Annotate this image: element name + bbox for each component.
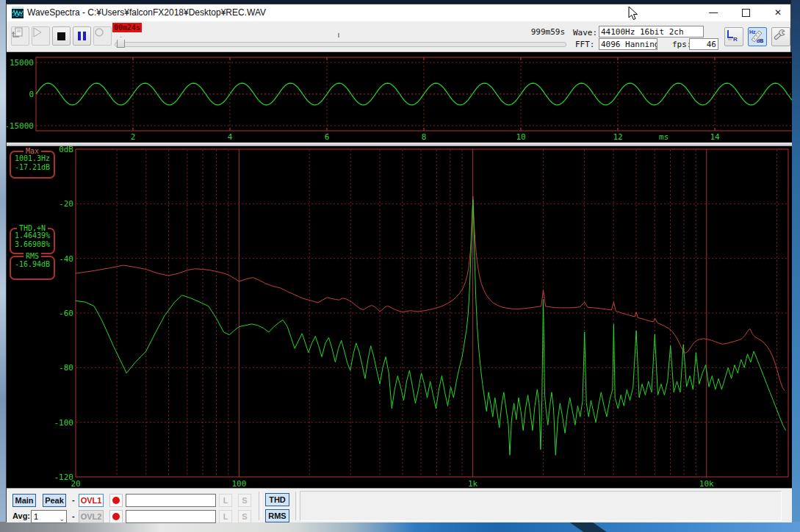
window-title: WaveSpectra - C:¥Users¥falconFX2018¥Desk… (27, 7, 266, 18)
spectrum-x-tick-label: 1k (468, 479, 478, 488)
desktop-wallpaper-bottom (0, 522, 800, 532)
close-icon: ✕ (774, 7, 782, 18)
rms-mode-button[interactable]: RMS (265, 509, 289, 522)
spectrum-x-tick-label: 20 (71, 479, 80, 488)
mouse-cursor (628, 6, 640, 22)
max-readout-box: Max 1001.3Hz -17.21dB (10, 151, 55, 179)
ovl1-l-button[interactable]: L (219, 494, 232, 507)
ovl2-record-button[interactable] (109, 510, 123, 523)
minimize-button[interactable]: — (701, 4, 726, 21)
thd-label: THD,+N (17, 224, 48, 232)
bottom-control-bar: Main Peak - OVL1 L S Avg: 1 ⌄ - OVL2 L S… (7, 488, 792, 522)
rms-readout-box: RMS -16.94dB (10, 256, 55, 280)
hz-db-scale-icon: Hz dB (749, 28, 765, 44)
rms-label: RMS (24, 252, 41, 260)
status-panel-empty (300, 491, 782, 521)
max-frequency-value: 1001.3Hz (11, 154, 54, 163)
waveform-x-tick-label: 6 (325, 132, 330, 142)
toolbar: 00m24s 999m59s Wave: 44100Hz 16bit 2ch F… (7, 21, 790, 52)
chevron-down-icon: ⌄ (59, 513, 65, 525)
waveform-x-tick-label: 8 (422, 132, 427, 142)
slider-center-tick (338, 33, 339, 37)
maximize-button[interactable] (733, 4, 758, 21)
stop-icon (57, 32, 65, 40)
peak-tab-button[interactable]: Peak (43, 494, 66, 507)
wave-label: Wave: (573, 28, 597, 37)
plot-border (36, 57, 792, 131)
waveform-x-tick-label: 12 (613, 132, 622, 142)
spectrum-panel: 0dB-20-40-60-80-100-120201001k10k Max 10… (7, 146, 792, 488)
ovl1-text-input[interactable] (126, 494, 216, 507)
ovl2-button[interactable]: OVL2 (79, 510, 104, 523)
rms-value: -16.94dB (11, 260, 54, 269)
max-level-value: -17.21dB (11, 163, 54, 172)
dash-separator: - (72, 495, 75, 504)
record-indicator-icon (112, 513, 120, 520)
main-tab-button[interactable]: Main (12, 494, 36, 507)
avg-count-value: 1 (34, 512, 38, 521)
scale-hz-db-button[interactable]: Hz dB (748, 27, 767, 46)
desktop-wallpaper-right (791, 0, 800, 532)
spectrum-x-tick-label: 100 (231, 479, 246, 488)
maximize-icon (742, 9, 750, 17)
open-file-button[interactable] (11, 26, 29, 46)
pause-button[interactable] (73, 26, 91, 46)
spectrum-chart: 0dB-20-40-60-80-100-120201001k10k (7, 146, 792, 488)
ovl1-record-button[interactable] (109, 494, 123, 507)
settings-button[interactable] (771, 27, 790, 46)
close-button[interactable]: ✕ (765, 4, 790, 21)
wrench-icon (772, 28, 787, 43)
record-button[interactable] (93, 26, 112, 46)
fps-field: 46 (689, 38, 718, 50)
spectrum-y-tick-label: -80 (59, 363, 73, 373)
thd-mode-button[interactable]: THD (265, 493, 289, 506)
waveform-x-tick-label: 4 (228, 132, 233, 142)
svg-text:R: R (733, 36, 738, 43)
title-bar[interactable]: WaveSpectra - C:¥Users¥falconFX2018¥Desk… (7, 4, 790, 21)
wavespectra-window: WaveSpectra - C:¥Users¥falconFX2018¥Desk… (6, 4, 791, 522)
thd-readout-box: THD,+N 1.46439% 3.66908% (10, 228, 55, 254)
desktop-wallpaper-left (0, 0, 6, 532)
pause-icon (78, 32, 86, 40)
avg-label: Avg: (12, 511, 30, 520)
ovl2-text-input[interactable] (126, 510, 216, 523)
svg-text:Hz: Hz (749, 29, 756, 35)
spectrum-y-tick-label: -60 (59, 309, 73, 318)
stop-button[interactable] (52, 26, 71, 46)
waveform-y-tick-label: -15000 (7, 121, 34, 131)
ovl1-button[interactable]: OVL1 (79, 494, 104, 507)
waveform-y-tick-label: 15000 (10, 58, 34, 68)
play-button[interactable] (32, 26, 50, 46)
ovl1-s-button[interactable]: S (238, 494, 251, 507)
ovl2-l-button[interactable]: L (219, 510, 232, 523)
waveform-y-tick-label: 0 (29, 90, 34, 99)
fft-settings-field[interactable]: 4096 Hanning (599, 38, 657, 50)
play-icon (32, 27, 43, 37)
fft-label: FFT: (575, 40, 595, 49)
elapsed-time-badge: 00m24s (112, 23, 142, 32)
thd-value-1: 1.46439% (11, 231, 54, 240)
thd-value-2: 3.66908% (11, 240, 54, 249)
peak-hold-trace (76, 196, 785, 391)
avg-count-select[interactable]: 1 ⌄ (31, 510, 67, 523)
channel-lr-button[interactable]: R (724, 27, 743, 46)
plot-border (76, 149, 788, 477)
total-time-label: 999m59s (512, 27, 565, 37)
ovl2-s-button[interactable]: S (238, 510, 251, 523)
waveform-chart: 150000-150002468101214ms (7, 52, 792, 143)
max-label: Max (24, 147, 41, 155)
spectrum-y-tick-label: -100 (54, 418, 74, 428)
spectrum-x-tick-label: 10k (699, 479, 714, 488)
lr-channel-icon: R (725, 28, 740, 43)
record-indicator-icon (112, 497, 120, 504)
record-icon (94, 27, 104, 37)
group-divider (295, 492, 298, 520)
position-slider-thumb[interactable] (117, 37, 125, 48)
spectrum-y-tick-label: -20 (59, 199, 73, 209)
minimize-icon: — (709, 7, 718, 18)
waveform-x-tick-label: 10 (516, 132, 525, 142)
open-file-icon (12, 27, 24, 39)
app-icon (12, 7, 24, 18)
position-slider[interactable] (115, 42, 566, 47)
spectrum-trace (76, 200, 786, 456)
